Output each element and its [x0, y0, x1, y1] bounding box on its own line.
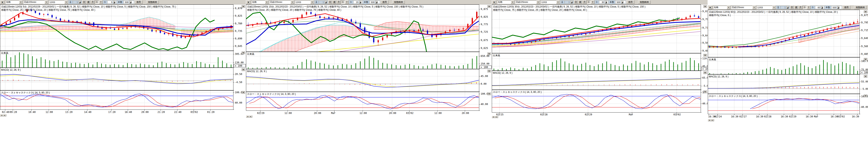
- volume-multiplier-box: × 100: [701, 67, 708, 70]
- stoch-section-label: スロー・ストキャスティクス( 14, 3, 80, 20 ): [247, 93, 296, 96]
- ma-purple: [246, 31, 479, 67]
- time-axis-label: 02/24: [714, 115, 722, 118]
- time-axis-label: Mar: [814, 115, 818, 118]
- stoch-d-line: [249, 96, 479, 109]
- volume-plot[interactable]: [709, 60, 858, 74]
- macd-tick-label: 55.00: [861, 80, 868, 83]
- price-tick-label: 9,795: [702, 18, 708, 21]
- section-collapse-button[interactable]: [242, 91, 245, 94]
- price-tick-label: 9,875: [480, 8, 488, 10]
- time-axis-label: 17:20: [108, 111, 116, 113]
- price-tick-label: 9,715: [702, 26, 708, 29]
- macd-tick-label: 20.50: [235, 73, 242, 76]
- price-tick-label: 9,485: [702, 49, 708, 52]
- section-collapse-button[interactable]: [864, 58, 867, 60]
- main-plot[interactable]: [0, 8, 233, 50]
- scroll-right-button[interactable]: ▸: [3, 114, 6, 116]
- volume-plot[interactable]: [2, 52, 231, 68]
- main-plot[interactable]: [708, 19, 860, 49]
- price-tick-label: 9,645: [235, 45, 242, 48]
- section-collapse-button[interactable]: [488, 70, 491, 72]
- chart-title-line2: 移動平均( Close, 75 ) 移動平均( Close, 25 ) 移動平均…: [493, 8, 587, 11]
- stoch-section-label: スロー・ストキャスティクス( 14, 3, 80, 20 ): [493, 90, 541, 94]
- chart-layers: 9,8709,8259,7809,7359,6909,645305.00130.…: [0, 4, 246, 113]
- main-plot[interactable]: [492, 14, 701, 47]
- horizontal-scrollbar[interactable]: ◂▸: [492, 116, 701, 118]
- macd-tick-label: -5.00: [702, 84, 708, 87]
- time-axis-label: 16:30: [852, 115, 859, 118]
- volume-section-label: 出来高: [709, 58, 716, 61]
- scroll-right-button[interactable]: ▸: [249, 115, 252, 118]
- ma-yellow: [246, 34, 479, 61]
- cloud-upper-edge: [799, 24, 860, 39]
- volume-section-label: 出来高: [493, 54, 500, 57]
- price-tick-label: 9,485: [861, 53, 868, 55]
- price-tick-label: 9,795: [861, 21, 868, 24]
- volume-multiplier-box: × 1000: [860, 71, 868, 74]
- horizontal-scrollbar[interactable]: ◂▸: [0, 114, 233, 116]
- macd-tick-label: 65.00: [702, 76, 708, 79]
- chart-canvas-3: 9,8759,7959,7159,6409,5609,485110.045.00…: [492, 0, 708, 119]
- macd-section-label: MACD( 12, 26, 9 ): [709, 75, 728, 78]
- scroll-right-button[interactable]: ▸: [711, 119, 714, 121]
- main-plot[interactable]: [246, 10, 479, 71]
- chart-title-line2: 移動平均( Close, 25 ) 移動平均( Close, 20 ) 移動平均…: [247, 8, 341, 11]
- macd-line: [246, 77, 479, 87]
- chart-title-line1: 日経225mini 12/03( 15分, 2012/02/23 - 2012/…: [247, 5, 423, 8]
- time-axis-label: 02/29: [789, 115, 797, 118]
- time-axis-label: 13:20: [65, 111, 72, 113]
- chart-panel-1: ▼先物▼日経225mini▼12/03▼足1日週月分T分5本数500適用複数銘柄…: [0, 0, 246, 117]
- price-tick-label: 9,870: [235, 7, 242, 10]
- macd-plot[interactable]: [492, 79, 701, 86]
- volume-multiplier-box: × 100: [479, 66, 491, 69]
- stoch-plot[interactable]: [246, 95, 479, 109]
- section-collapse-button[interactable]: [704, 72, 707, 74]
- section-collapse-button[interactable]: [242, 69, 245, 71]
- volume-multiplier-box: × 100: [234, 64, 246, 67]
- time-axis-label: 02/28: [764, 115, 772, 118]
- section-collapse-button[interactable]: [488, 93, 491, 95]
- time-axis-label: 20:00: [462, 112, 469, 114]
- horizontal-scrollbar[interactable]: ◂▸: [246, 115, 479, 118]
- volume-multiplier-label: × 100: [235, 64, 242, 67]
- section-collapse-button[interactable]: [704, 5, 707, 8]
- section-collapse-button[interactable]: [704, 54, 707, 56]
- stoch-plot[interactable]: [708, 98, 860, 111]
- time-axis-label: 10:40: [28, 111, 36, 113]
- section-collapse-button[interactable]: [488, 53, 491, 55]
- section-collapse-button[interactable]: [864, 75, 867, 78]
- price-tick-label: 9,560: [861, 45, 868, 48]
- section-collapse-button[interactable]: [704, 90, 707, 93]
- stoch-plot[interactable]: [0, 94, 233, 107]
- horizontal-scrollbar[interactable]: ◂▸: [708, 119, 860, 122]
- volume-section-label: 出来高: [1, 52, 8, 54]
- section-collapse-button[interactable]: [242, 5, 245, 8]
- scroll-right-button[interactable]: ▸: [495, 116, 498, 118]
- stoch-section-label: スロー・ストキャスティクス( 14, 3, 80, 20 ): [709, 95, 757, 98]
- section-collapse-button[interactable]: [242, 52, 245, 54]
- volume-multiplier-label: × 100: [702, 68, 708, 70]
- lagging-span: [246, 12, 451, 66]
- time-axis-label: 20:00: [389, 112, 396, 114]
- macd-plot[interactable]: [246, 77, 479, 87]
- stoch-tick-label: 40.00: [861, 106, 868, 108]
- price-tick-label: 9,640: [861, 37, 868, 40]
- time-axis-label: 09:20: [10, 111, 17, 113]
- macd-section-label: MACD( 12, 26, 9 ): [493, 72, 513, 74]
- section-collapse-button[interactable]: [864, 95, 867, 97]
- volume-plot[interactable]: [248, 56, 477, 69]
- chart-layers: 9,8759,7959,7159,6409,5609,485185.0075.0…: [708, 10, 868, 118]
- chart-canvas-1: 9,8709,8259,7809,7359,6909,645305.00130.…: [0, 0, 246, 117]
- stoch-plot[interactable]: [492, 94, 701, 109]
- time-axis-label: 02/27: [739, 115, 747, 118]
- price-tick-label: 9,825: [480, 16, 488, 18]
- time-axis-label: Mar: [629, 113, 633, 116]
- time-axis-label: 02:40: [2, 111, 9, 113]
- section-collapse-button[interactable]: [864, 10, 867, 13]
- time-axis-label: 16:30: [781, 115, 788, 118]
- chart-title-line1: 日経225mini 12/03( 60分, 2012/02/23 - 2012/…: [709, 10, 838, 14]
- macd-plot[interactable]: [708, 82, 860, 88]
- section-collapse-button[interactable]: [488, 5, 491, 8]
- chart-title-line1: 日経225mini 12/03( 30分, 2012/02/23 - 2012/…: [493, 5, 646, 8]
- volume-plot[interactable]: [494, 58, 699, 71]
